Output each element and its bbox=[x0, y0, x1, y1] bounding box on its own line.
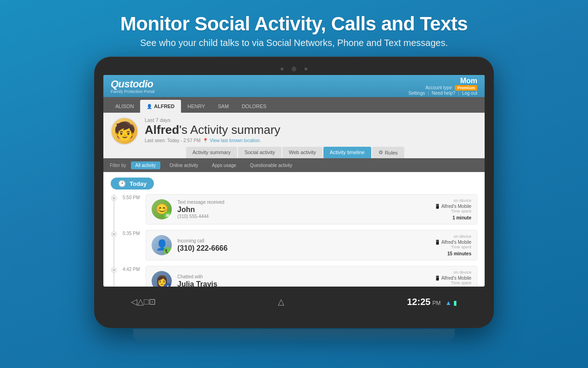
contact-avatar-julia: 👩 f bbox=[152, 271, 172, 287]
hero-section: Monitor Social Activity, Calls and Texts… bbox=[120, 0, 468, 48]
tab-social-activity-label: Social activity bbox=[244, 150, 275, 155]
timeline-container: 🕐 Today 5:50 PM 😊 ✉ bbox=[103, 172, 485, 287]
app-header: Qustodio Family Protection Portal Mom Ac… bbox=[103, 75, 485, 97]
time-spent-2: 15 minutes bbox=[435, 251, 471, 256]
timeline-dot-3 bbox=[112, 268, 116, 272]
activity-info-2: Incoming call (310) 222-6666 bbox=[177, 238, 429, 253]
device-info-2: on device 📱 Alfred's Mobile Time spent 1… bbox=[435, 234, 471, 256]
tab-alison-label: ALISON bbox=[115, 104, 134, 109]
tab-web-activity[interactable]: Web activity bbox=[283, 147, 322, 158]
last-seen-text: Last seen: Today - 2:57 PM bbox=[145, 138, 201, 143]
screenshot-icon[interactable]: ⊡ bbox=[149, 297, 156, 307]
tab-dolores-label: DOLORES bbox=[242, 104, 266, 109]
recents-icon[interactable]: □ bbox=[144, 297, 149, 307]
avatar-emoji: 🧒 bbox=[114, 122, 136, 140]
filter-questionable[interactable]: Questionable activity bbox=[245, 161, 297, 169]
tab-henry[interactable]: HENRY bbox=[181, 100, 211, 113]
tab-alison[interactable]: ALISON bbox=[109, 100, 140, 113]
contact-avatar-unknown: 👤 📞 bbox=[152, 235, 172, 255]
activity-card-1: 😊 ✉ Text message received John (310) 555… bbox=[146, 194, 477, 224]
tablet-speaker bbox=[281, 68, 283, 70]
status-ampm: PM bbox=[432, 300, 441, 306]
device-name-3: 📱 Alfred's Mobile bbox=[435, 276, 471, 281]
view-location-link[interactable]: View last known location. bbox=[210, 138, 261, 143]
call-badge-icon: 📞 bbox=[164, 247, 172, 255]
timeline-item-2: 5:35 PM 👤 📞 Incoming call (310) 222-6666 bbox=[123, 230, 477, 260]
device-info-3: on device 📱 Alfred's Mobile Time spent 3… bbox=[435, 270, 471, 287]
tab-sam[interactable]: SAM bbox=[211, 100, 235, 113]
tab-activity-summary-label: Activity summary bbox=[192, 150, 231, 155]
user-info: Mom Account type: Premium Settings | Nee… bbox=[408, 77, 477, 96]
logo-area: Qustodio Family Protection Portal bbox=[111, 78, 155, 94]
app-tagline: Family Protection Portal bbox=[111, 89, 155, 94]
person-icon: 👤 bbox=[147, 104, 152, 109]
tab-social-activity[interactable]: Social activity bbox=[238, 147, 282, 158]
device-label-1: on device bbox=[435, 198, 471, 203]
logout-link[interactable]: Log out bbox=[462, 91, 477, 96]
tab-dolores[interactable]: DOLORES bbox=[235, 100, 273, 113]
settings-link[interactable]: Settings bbox=[408, 91, 425, 96]
tablet-top-bar bbox=[103, 67, 485, 71]
contact-avatar-john: 😊 ✉ bbox=[152, 199, 172, 219]
filter-label: Filter by bbox=[110, 163, 126, 168]
tab-activity-timeline-label: Activity timeline bbox=[330, 150, 365, 155]
location-pin-icon: 📍 bbox=[203, 138, 208, 143]
tablet-screen: Qustodio Family Protection Portal Mom Ac… bbox=[103, 75, 485, 287]
activity-info-3: Chatted with Julia Travis bbox=[177, 274, 429, 287]
tab-activity-summary[interactable]: Activity summary bbox=[186, 147, 237, 158]
sms-badge-icon: ✉ bbox=[164, 211, 172, 219]
device-name-1: 📱 Alfred's Mobile bbox=[435, 204, 471, 209]
profile-name-bold: Alfred bbox=[145, 123, 179, 137]
child-avatar: 🧒 bbox=[111, 117, 138, 145]
timeline-dot-2 bbox=[112, 232, 116, 236]
clock-icon: 🕐 bbox=[118, 180, 126, 187]
time-spent-label-1: Time spent bbox=[435, 209, 471, 213]
tab-henry-label: HENRY bbox=[187, 104, 205, 109]
up-arrow-icon[interactable]: △ bbox=[278, 297, 284, 307]
help-link[interactable]: Need help? bbox=[432, 91, 455, 96]
user-name: Mom bbox=[408, 77, 477, 85]
back-icon[interactable]: ◁ bbox=[131, 297, 137, 307]
activity-type-3: Chatted with bbox=[177, 274, 429, 279]
activity-type-2: Incoming call bbox=[177, 238, 429, 243]
header-right: Mom Account type: Premium Settings | Nee… bbox=[408, 77, 477, 96]
device-name-text-2: Alfred's Mobile bbox=[441, 240, 471, 245]
tab-rules[interactable]: ⚙ Rules bbox=[372, 147, 404, 158]
mobile-icon-3: 📱 bbox=[435, 276, 440, 281]
app-container: Qustodio Family Protection Portal Mom Ac… bbox=[103, 75, 485, 287]
premium-badge: Premium bbox=[455, 85, 477, 91]
profile-info: Last 7 days Alfred's Activity summary La… bbox=[145, 117, 477, 158]
filter-all-activity[interactable]: All activity bbox=[131, 161, 160, 169]
activity-info-1: Text message received John (310) 555-444… bbox=[177, 200, 429, 219]
activity-name-3: Julia Travis bbox=[177, 280, 429, 287]
tab-activity-timeline[interactable]: Activity timeline bbox=[323, 147, 371, 158]
tablet-reflection bbox=[133, 329, 455, 343]
home-icon[interactable]: △ bbox=[137, 297, 144, 307]
mobile-icon-1: 📱 bbox=[435, 204, 440, 209]
tab-rules-label: Rules bbox=[385, 150, 398, 155]
divider-2: | bbox=[458, 91, 459, 96]
status-bar-right: 12:25 PM ▲ ▮ bbox=[407, 297, 457, 307]
timeline-list: 5:50 PM 😊 ✉ Text message received John bbox=[113, 194, 477, 287]
tab-alfred[interactable]: 👤 ALFRED bbox=[140, 100, 181, 113]
status-icons: ▲ ▮ bbox=[445, 299, 457, 306]
profile-header: 🧒 Last 7 days Alfred's Activity summary … bbox=[103, 113, 485, 158]
today-badge: 🕐 Today bbox=[111, 178, 154, 190]
gear-icon: ⚙ bbox=[379, 150, 383, 155]
time-spent-1: 1 minute bbox=[435, 215, 471, 220]
tablet-camera bbox=[292, 67, 296, 71]
tablet-bottom-bar: ◁ △ □ ⊡ △ 12:25 PM ▲ ▮ bbox=[103, 290, 485, 313]
filter-apps-usage[interactable]: Apps usage bbox=[207, 161, 241, 169]
header-links[interactable]: Settings | Need help? | Log out bbox=[408, 91, 477, 96]
user-tabs: ALISON 👤 ALFRED HENRY SAM DOLORES bbox=[103, 97, 485, 113]
time-label-3: 4:42 PM bbox=[123, 266, 146, 287]
timeline-dot bbox=[112, 196, 116, 201]
filter-online-activity[interactable]: Online activity bbox=[165, 161, 203, 169]
profile-name-rest: 's Activity summary bbox=[179, 123, 280, 137]
time-spent-label-2: Time spent bbox=[435, 245, 471, 249]
tablet-speaker-2 bbox=[305, 68, 307, 70]
today-label: Today bbox=[130, 180, 147, 187]
timeline-item: 5:50 PM 😊 ✉ Text message received John bbox=[123, 194, 477, 224]
mobile-icon-2: 📱 bbox=[435, 240, 440, 245]
tab-sam-label: SAM bbox=[218, 104, 229, 109]
